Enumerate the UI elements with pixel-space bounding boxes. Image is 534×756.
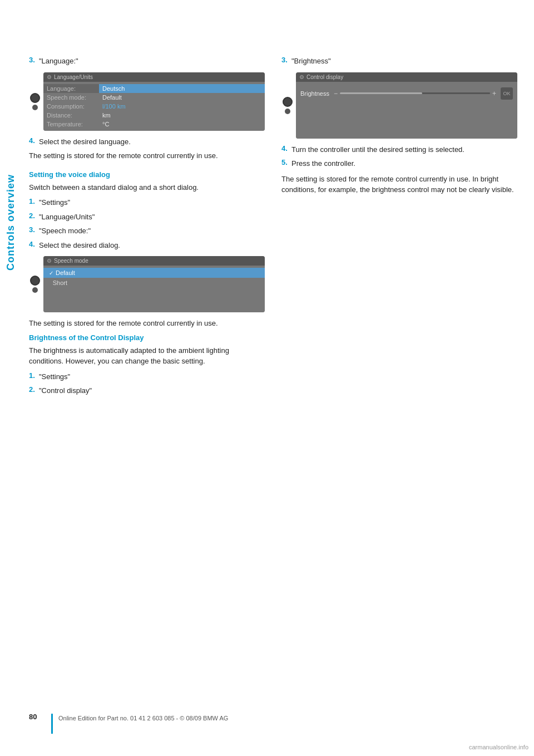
speech-screen-mockup: ⚙ Speech mode ✓ Default Short [29, 256, 265, 312]
ok-button-icon: OK [501, 87, 513, 100]
brightness-row: Brightness − + OK [300, 87, 513, 100]
voice-step-2: 2. "Language/Units" [29, 212, 265, 223]
brightness-control: − + [334, 90, 496, 97]
brightness-screen-inner: ⚙ Control display Brightness − + [296, 72, 517, 139]
language-screen-mockup: ⚙ Language/Units Language: Deutsch Speec… [29, 72, 265, 131]
two-column-layout: 3. "Language:" ⚙ Language/Units [29, 56, 517, 400]
step-4-language: 4. Select the desired language. [29, 136, 265, 148]
step-3-brightness: 3. "Brightness" [281, 56, 517, 67]
brightness-heading: Brightness of the Control Display [29, 333, 265, 342]
brightness-fill [340, 92, 422, 94]
language-screen-inner: ⚙ Language/Units Language: Deutsch Speec… [43, 72, 265, 131]
brightness-screen-body: Brightness − + OK [296, 82, 517, 139]
bright-step-2: 2. "Control display" [29, 385, 265, 396]
step-5-brightness: 5. Press the controller. [281, 158, 517, 169]
knob-bottom-2 [32, 287, 38, 293]
speech-option-short: Short [43, 278, 265, 288]
voice-step-4: 4. Select the desired dialog. [29, 240, 265, 251]
speech-option-default: ✓ Default [43, 268, 265, 278]
settings-gear-icon-3: ⚙ [299, 74, 304, 80]
step-4-brightness: 4. Turn the controller until the desired… [281, 144, 517, 155]
left-column: 3. "Language:" ⚙ Language/Units [29, 56, 265, 400]
speech-mode-body: ✓ Default Short [43, 266, 265, 312]
footer: 80 Online Edition for Part no. 01 41 2 6… [29, 713, 517, 734]
sidebar-label: Controls overview [0, 84, 21, 362]
knob-bottom-3 [285, 109, 290, 114]
knob-bottom [32, 105, 38, 110]
settings-gear-icon-2: ⚙ [47, 258, 52, 264]
footer-bar [51, 714, 53, 734]
table-row: Temperature: °C [43, 120, 265, 129]
right-column: 3. "Brightness" ⚙ Control display Bri [281, 56, 517, 400]
watermark: carmanualsonline.info [469, 744, 528, 750]
speech-screen-inner: ⚙ Speech mode ✓ Default Short [43, 256, 265, 312]
brightness-screen-mockup: ⚙ Control display Brightness − + [281, 72, 517, 139]
knob-top-2 [30, 276, 40, 286]
speech-title-bar: ⚙ Speech mode [43, 256, 265, 266]
lang-table: Language: Deutsch Speech mode: Default C… [43, 84, 265, 129]
bright-step-1: 1. "Settings" [29, 371, 265, 382]
voice-step-1: 1. "Settings" [29, 197, 265, 208]
table-row: Consumption: l/100 km [43, 102, 265, 111]
lang-title-bar: ⚙ Language/Units [43, 72, 265, 82]
voice-step-3: 3. "Speech mode:" [29, 225, 265, 237]
main-content: 3. "Language:" ⚙ Language/Units [29, 0, 517, 444]
brightness-title-bar: ⚙ Control display [296, 72, 517, 82]
brightness-track [340, 92, 490, 94]
voice-dialog-heading: Setting the voice dialog [29, 170, 265, 179]
table-row: Distance: km [43, 111, 265, 120]
knob-top [30, 93, 40, 103]
settings-gear-icon: ⚙ [47, 74, 52, 80]
step-3-language: 3. "Language:" [29, 56, 265, 67]
table-row: Speech mode: Default [43, 93, 265, 102]
speech-empty-area [43, 288, 265, 310]
knob-top-3 [283, 97, 293, 107]
lang-screen-body: Language: Deutsch Speech mode: Default C… [43, 82, 265, 131]
table-row: Language: Deutsch [43, 84, 265, 93]
brightness-empty [300, 100, 513, 133]
